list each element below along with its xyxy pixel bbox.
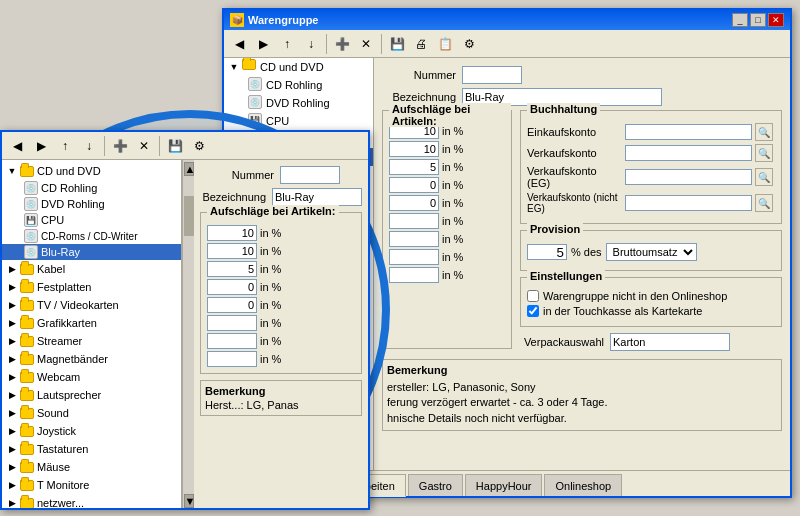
expander-icon[interactable]: ▶ [4,369,20,385]
expander-icon[interactable]: ▶ [4,459,20,475]
touchkasse-checkbox[interactable] [527,305,539,317]
overlay-tree-item-festplatten[interactable]: ▶ Festplatten [2,278,181,296]
overlay-nummer-input[interactable] [280,166,340,184]
aufschlag-input-3[interactable] [389,159,439,175]
overlay-bezeichnung-input[interactable] [272,188,362,206]
minimize-button[interactable]: _ [732,13,748,27]
overlay-aufschlag-input-5[interactable] [207,297,257,313]
aufschlag-input-7[interactable] [389,231,439,247]
tree-item-cpu[interactable]: 💾 CPU [224,112,373,130]
verpackung-input[interactable] [610,333,730,351]
overlay-forward-button[interactable]: ▶ [30,135,52,157]
provision-value-input[interactable] [527,244,567,260]
expander-icon[interactable]: ▶ [4,423,20,439]
expander-icon[interactable]: ▶ [4,351,20,367]
overlay-aufschlag-input-1[interactable] [207,225,257,241]
verkaufskonto-search-button[interactable]: 🔍 [755,144,773,162]
expander-icon[interactable]: ▶ [4,333,20,349]
add-button[interactable]: ➕ [331,33,353,55]
overlay-tree-item-tv[interactable]: ▶ TV / Videokarten [2,296,181,314]
tree-item-cd-dvd[interactable]: ▼ CD und DVD [224,58,373,76]
overlay-tree-item-cd-dvd[interactable]: ▼ CD und DVD [2,162,181,180]
overlay-tree-item-cdroms[interactable]: 💿 CD-Roms / CD-Writer [2,228,181,244]
verkaufskonto-input[interactable] [625,145,752,161]
expander-icon[interactable]: ▼ [4,163,20,179]
overlay-back-button[interactable]: ◀ [6,135,28,157]
overlay-aufschlag-input-3[interactable] [207,261,257,277]
overlay-tree-item-magnetbaender[interactable]: ▶ Magnetbänder [2,350,181,368]
scroll-thumb[interactable] [184,196,194,236]
overlay-tree-item-lautsprecher[interactable]: ▶ Lautsprecher [2,386,181,404]
expander-icon[interactable]: ▶ [4,477,20,493]
close-button[interactable]: ✕ [768,13,784,27]
overlay-tree-item-webcam[interactable]: ▶ Webcam [2,368,181,386]
overlay-tree-item-tastaturen[interactable]: ▶ Tastaturen [2,440,181,458]
down-button[interactable]: ↓ [300,33,322,55]
expander-icon[interactable]: ▶ [4,315,20,331]
tab-gastro[interactable]: Gastro [408,474,463,496]
expander-icon[interactable]: ▶ [4,441,20,457]
overlay-tree-item-monitore[interactable]: ▶ T Monitore [2,476,181,494]
overlay-tree-item-dvd-rohling[interactable]: 💿 DVD Rohling [2,196,181,212]
overlay-settings-button[interactable]: ⚙ [188,135,210,157]
overlay-tree-item-sound[interactable]: ▶ Sound [2,404,181,422]
overlay-tree-item-bluray[interactable]: 💿 Blu-Ray [2,244,181,260]
overlay-up-button[interactable]: ↑ [54,135,76,157]
aufschlag-input-8[interactable] [389,249,439,265]
overlay-tree-item-netzwerk[interactable]: ▶ netzwer... [2,494,181,508]
verkaufskonto-eg-input[interactable] [625,169,752,185]
verkaufskonto-eg-search-button[interactable]: 🔍 [755,168,773,186]
expander-icon[interactable]: ▼ [226,59,242,75]
expander-icon[interactable]: ▶ [4,261,20,277]
print-button[interactable]: 🖨 [410,33,432,55]
overlay-tree-item-maeuse[interactable]: ▶ Mäuse [2,458,181,476]
aufschlag-input-5[interactable] [389,195,439,211]
overlay-down-button[interactable]: ↓ [78,135,100,157]
up-button[interactable]: ↑ [276,33,298,55]
overlay-tree-item-cd-rohling[interactable]: 💿 CD Rohling [2,180,181,196]
verkaufskonto-nicht-eg-input[interactable] [625,195,752,211]
aufschlag-input-4[interactable] [389,177,439,193]
expander-icon[interactable]: ▶ [4,405,20,421]
overlay-aufschlag-input-8[interactable] [207,351,257,367]
tree-item-cd-rohling[interactable]: 💿 CD Rohling [224,76,373,94]
overlay-tree-item-cpu[interactable]: 💾 CPU [2,212,181,228]
expander-icon[interactable]: ▶ [4,495,20,508]
overlay-tree-item-grafikkarten[interactable]: ▶ Grafikkarten [2,314,181,332]
back-button[interactable]: ◀ [228,33,250,55]
overlay-scrollbar[interactable]: ▲ ▼ [182,160,194,508]
onlineshop-checkbox[interactable] [527,290,539,302]
overlay-aufschlag-input-7[interactable] [207,333,257,349]
save-button[interactable]: 💾 [386,33,408,55]
overlay-save-button[interactable]: 💾 [164,135,186,157]
provision-select[interactable]: Bruttoumsatz Nettoumsatz [606,243,697,261]
overlay-tree[interactable]: ▼ CD und DVD 💿 CD Rohling 💿 DVD Rohling … [2,160,182,508]
overlay-aufschlag-input-2[interactable] [207,243,257,259]
expander-icon[interactable]: ▶ [4,387,20,403]
aufschlag-input-9[interactable] [389,267,439,283]
aufschlag-input-2[interactable] [389,141,439,157]
delete-button[interactable]: ✕ [355,33,377,55]
overlay-tree-item-joystick[interactable]: ▶ Joystick [2,422,181,440]
verkaufskonto-nicht-eg-search-button[interactable]: 🔍 [755,194,773,212]
einkaufskonto-search-button[interactable]: 🔍 [755,123,773,141]
overlay-aufschlag-input-4[interactable] [207,279,257,295]
einkaufskonto-input[interactable] [625,124,752,140]
overlay-delete-button[interactable]: ✕ [133,135,155,157]
scroll-down-arrow[interactable]: ▼ [184,494,194,508]
overlay-tree-item-streamer[interactable]: ▶ Streamer [2,332,181,350]
tab-happyhour[interactable]: HappyHour [465,474,543,496]
copy-button[interactable]: 📋 [434,33,456,55]
nummer-input[interactable] [462,66,522,84]
expander-icon[interactable]: ▶ [4,297,20,313]
maximize-button[interactable]: □ [750,13,766,27]
settings-button[interactable]: ⚙ [458,33,480,55]
tree-item-dvd-rohling[interactable]: 💿 DVD Rohling [224,94,373,112]
tab-onlineshop[interactable]: Onlineshop [544,474,622,496]
scroll-up-arrow[interactable]: ▲ [184,162,194,176]
overlay-tree-item-kabel[interactable]: ▶ Kabel [2,260,181,278]
expander-icon[interactable]: ▶ [4,279,20,295]
overlay-aufschlag-input-6[interactable] [207,315,257,331]
aufschlag-input-6[interactable] [389,213,439,229]
overlay-add-button[interactable]: ➕ [109,135,131,157]
